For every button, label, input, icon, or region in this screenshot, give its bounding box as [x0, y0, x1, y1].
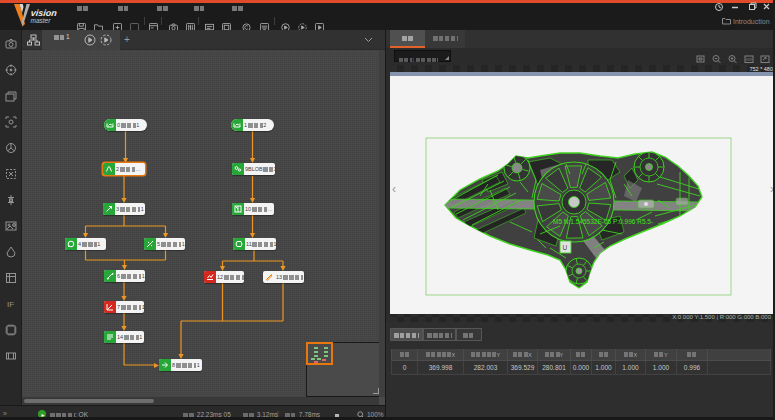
svg-text:master: master: [31, 17, 52, 24]
svg-text:U: U: [563, 244, 568, 251]
svg-text:M5 N:1.545532E-05 P:0.996 R5.5: M5 N:1.545532E-05 P:0.996 R5.5-: [553, 218, 653, 225]
svg-text:IF: IF: [7, 300, 14, 309]
